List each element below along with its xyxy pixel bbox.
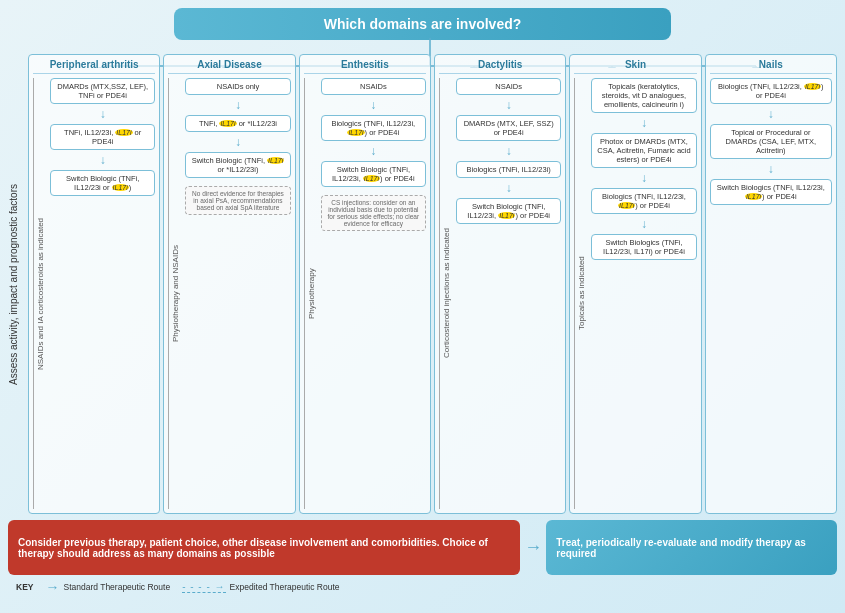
peripheral-flow: DMARDs (MTX,SSZ, LEF), TNFi or PDE4i ↓ T… [50, 78, 155, 509]
bottom-section: Consider previous therapy, patient choic… [8, 520, 837, 575]
axial-arrow-0: ↓ [185, 99, 290, 111]
axial-column: Axial Disease Physiotherapy and NSAIDs N… [163, 54, 295, 514]
key-standard-label: Standard Therapeutic Route [63, 582, 170, 592]
dactylitis-box-1: DMARDs (MTX, LEF, SSZ) or PDE4i [456, 115, 561, 141]
axial-box-2: Switch Biologic (TNFi, IL17i or *IL12/23… [185, 152, 290, 178]
enthesitis-side-label: Physiotherapy [304, 78, 316, 509]
skin-box-3: Switch Biologics (TNFi, IL12/23i, IL17i)… [591, 234, 696, 260]
dactylitis-arrow-2: ↓ [456, 182, 561, 194]
dactylitis-title: Dactylitis [439, 59, 561, 74]
bottom-red-box: Consider previous therapy, patient choic… [8, 520, 520, 575]
axial-flow: NSAIDs only ↓ TNFi, IL17i or *IL12/23i ↓… [185, 78, 290, 509]
dactylitis-side-label: Corticosteroid injections as indicated [439, 78, 451, 509]
peripheral-arrow-1: ↓ [50, 154, 155, 166]
bottom-blue-box: Treat, periodically re-evaluate and modi… [546, 520, 837, 575]
axial-box-1: TNFi, IL17i or *IL12/23i [185, 115, 290, 132]
dactylitis-box-0: NSAIDs [456, 78, 561, 95]
skin-arrow-2: ↓ [591, 218, 696, 230]
dactylitis-column: Dactylitis Corticosteroid injections as … [434, 54, 566, 514]
axial-title: Axial Disease [168, 59, 290, 74]
nails-box-0: Biologics (TNFi, IL12/23i, IL17i) or PDE… [710, 78, 832, 104]
nails-flow: Biologics (TNFi, IL12/23i, IL17i) or PDE… [710, 78, 832, 509]
enthesitis-box-2: Switch Biologic (TNFi, IL12/23i, IL17i) … [321, 161, 426, 187]
skin-box-1: Photox or DMARDs (MTX, CSA, Acitretin, F… [591, 133, 696, 168]
axial-box-0: NSAIDs only [185, 78, 290, 95]
skin-flow: Topicals (keratolytics, steroids, vit D … [591, 78, 696, 509]
enthesitis-flow: NSAIDs ↓ Biologics (TNFi, IL12/23i, IL17… [321, 78, 426, 509]
skin-box-2: Biologics (TNFi, IL12/23i, IL17i) or PDE… [591, 188, 696, 214]
axial-note: No direct evidence for therapies in axia… [185, 186, 290, 215]
peripheral-box-1: TNFi, IL12/23i, IL17i or PDE4i [50, 124, 155, 150]
skin-arrow-0: ↓ [591, 117, 696, 129]
dactylitis-arrow-0: ↓ [456, 99, 561, 111]
enthesitis-box-0: NSAIDs [321, 78, 426, 95]
dactylitis-box-2: Biologics (TNFi, IL12/23i) [456, 161, 561, 178]
skin-title: Skin [574, 59, 696, 74]
left-axis-label: Assess activity, impact and prognostic f… [8, 54, 28, 514]
bottom-arrow: → [524, 520, 542, 575]
skin-side-label: Topicals as indicated [574, 78, 586, 509]
peripheral-column: Peripheral arthritis NSAIDs and IA corti… [28, 54, 160, 514]
enthesitis-arrow-0: ↓ [321, 99, 426, 111]
nails-arrow-0: ↓ [710, 108, 832, 120]
key-expedited-label: Expedited Therapeutic Route [230, 582, 340, 592]
peripheral-box-0: DMARDs (MTX,SSZ, LEF), TNFi or PDE4i [50, 78, 155, 104]
axial-arrow-1: ↓ [185, 136, 290, 148]
peripheral-arrow-0: ↓ [50, 108, 155, 120]
nails-title: Nails [710, 59, 832, 74]
key-section: KEY → Standard Therapeutic Route - - - -… [8, 575, 837, 599]
dactylitis-box-3: Switch Biologic (TNFi, IL12/23i, IL17i) … [456, 198, 561, 224]
expedited-arrow-icon: - - - - → [182, 581, 225, 593]
skin-box-0: Topicals (keratolytics, steroids, vit D … [591, 78, 696, 113]
dactylitis-arrow-1: ↓ [456, 145, 561, 157]
nails-box-2: Switch Biologics (TNFi, IL12/23i, IL17i)… [710, 179, 832, 205]
enthesitis-title: Enthesitis [304, 59, 426, 74]
standard-arrow-icon: → [45, 579, 59, 595]
enthesitis-arrow-1: ↓ [321, 145, 426, 157]
nails-box-1: Topical or Procedural or DMARDs (CSA, LE… [710, 124, 832, 159]
main-container: Which domains are involved? Assess activ… [0, 0, 845, 613]
question-text: Which domains are involved? [324, 16, 522, 32]
enthesitis-column: Enthesitis Physiotherapy NSAIDs ↓ Biolog… [299, 54, 431, 514]
nails-arrow-1: ↓ [710, 163, 832, 175]
peripheral-side-label: NSAIDs and IA corticosteroids as indicat… [33, 78, 45, 509]
key-expedited: - - - - → Expedited Therapeutic Route [182, 581, 339, 593]
enthesitis-box-1: Biologics (TNFi, IL12/23i, IL17i) or PDE… [321, 115, 426, 141]
peripheral-box-2: Switch Biologic (TNFi, IL12/23i or IL17i… [50, 170, 155, 196]
content-area: Assess activity, impact and prognostic f… [8, 54, 837, 514]
skin-arrow-1: ↓ [591, 172, 696, 184]
question-box: Which domains are involved? [174, 8, 671, 40]
axial-side-label: Physiotherapy and NSAIDs [168, 78, 180, 509]
skin-column: Skin Topicals as indicated Topicals (ker… [569, 54, 701, 514]
columns-wrapper: Peripheral arthritis NSAIDs and IA corti… [28, 54, 837, 514]
dactylitis-flow: NSAIDs ↓ DMARDs (MTX, LEF, SSZ) or PDE4i… [456, 78, 561, 509]
bottom-red-text: Consider previous therapy, patient choic… [18, 537, 510, 559]
peripheral-title: Peripheral arthritis [33, 59, 155, 74]
key-standard: → Standard Therapeutic Route [45, 579, 170, 595]
key-label: KEY [16, 582, 33, 592]
nails-column: Nails Biologics (TNFi, IL12/23i, IL17i) … [705, 54, 837, 514]
bottom-blue-text: Treat, periodically re-evaluate and modi… [556, 537, 827, 559]
enthesitis-note: CS injections: consider on an individual… [321, 195, 426, 231]
